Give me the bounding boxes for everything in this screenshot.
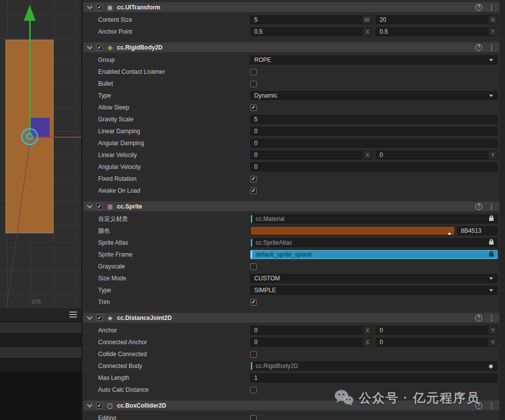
fixed-rotation-checkbox[interactable]: ✓ xyxy=(250,176,257,182)
kebab-menu-icon[interactable]: ⋮ xyxy=(488,44,495,51)
axis-suffix: X xyxy=(363,151,372,159)
property-label: Trim xyxy=(98,299,250,306)
sprite-frame-asset-field[interactable]: default_sprite_splash xyxy=(250,250,498,259)
content-size-width-input[interactable]: 5 W xyxy=(250,15,372,24)
component-header-distancejoint2d[interactable]: ✓ ◈ cc.DistanceJoint2D ? ⋮ xyxy=(83,313,500,323)
component-header-boxcollider2d[interactable]: ✓ ▢ cc.BoxCollider2D ? ⋮ xyxy=(83,400,500,411)
collapse-chevron-icon[interactable] xyxy=(87,44,92,49)
panel-row xyxy=(0,334,81,346)
kebab-menu-icon[interactable]: ⋮ xyxy=(488,203,495,210)
property-label: Auto Calc Distance xyxy=(98,386,250,393)
anchor-point-y-input[interactable]: 0.5 Y xyxy=(376,27,498,36)
sprite-atlas-asset-field[interactable]: cc.SpriteAtlas xyxy=(250,238,498,247)
custom-material-asset-field[interactable]: cc.Material xyxy=(250,214,498,223)
anchor-y-input[interactable]: 0 Y xyxy=(376,326,498,335)
vec2-value: 5 W 20 H xyxy=(250,15,498,24)
connected-anchor-x-input[interactable]: 0 X xyxy=(250,338,372,347)
property-label: Editing xyxy=(98,415,250,420)
help-icon[interactable]: ? xyxy=(475,4,482,11)
auto-calc-distance-checkbox[interactable] xyxy=(250,387,257,393)
bottom-left-panel xyxy=(0,308,82,420)
enabled-contact-listener-checkbox[interactable] xyxy=(250,69,257,75)
rigidbody-icon: ◉ xyxy=(107,44,113,51)
lock-icon xyxy=(489,253,494,257)
chevron-down-icon xyxy=(489,95,493,97)
component-header-uitransform[interactable]: ✓ ▣ cc.UITransform ? ⋮ xyxy=(83,2,500,12)
collapse-chevron-icon[interactable] xyxy=(87,203,92,208)
help-icon[interactable]: ? xyxy=(475,44,482,51)
connected-body-node-field[interactable]: cc.RigidBody2D ∗ xyxy=(250,362,498,370)
chevron-down-icon xyxy=(489,59,493,61)
axis-suffix: X xyxy=(363,326,372,334)
inspector-scrollbar[interactable] xyxy=(500,0,505,420)
grayscale-checkbox[interactable] xyxy=(250,263,257,270)
alpha-slider-handle[interactable] xyxy=(448,232,451,235)
scene-view[interactable]: 375 xyxy=(0,0,82,308)
component-boxcollider2d: ✓ ▢ cc.BoxCollider2D ? ⋮ Editing xyxy=(83,400,500,420)
angular-velocity-input[interactable]: 0 xyxy=(250,162,498,171)
gizmo-y-arrow-icon[interactable] xyxy=(24,5,36,21)
row-content-size: Content Size 5 W 20 H xyxy=(83,14,500,26)
gravity-scale-input[interactable]: 5 xyxy=(250,115,498,124)
sprite-type-select[interactable]: SIMPLE xyxy=(250,286,498,295)
content-size-height-input[interactable]: 20 H xyxy=(376,15,498,24)
hamburger-menu-icon[interactable] xyxy=(69,312,77,313)
row-allow-sleep: Allow Sleep ✓ xyxy=(83,102,500,113)
editing-checkbox[interactable] xyxy=(250,415,257,420)
kebab-menu-icon[interactable]: ⋮ xyxy=(488,402,495,409)
component-enabled-checkbox[interactable]: ✓ xyxy=(96,44,103,51)
collapse-chevron-icon[interactable] xyxy=(87,3,92,9)
linear-damping-input[interactable]: 0 xyxy=(250,127,498,136)
row-custom-material: 自定义材质 cc.Material xyxy=(83,213,500,225)
help-icon[interactable]: ? xyxy=(475,315,482,321)
angular-damping-input[interactable]: 0 xyxy=(250,139,498,148)
chevron-down-icon xyxy=(489,289,493,292)
trim-checkbox[interactable]: ✓ xyxy=(250,299,257,306)
component-enabled-checkbox[interactable]: ✓ xyxy=(96,315,103,321)
property-label: Group xyxy=(98,56,250,63)
gizmo-circle-inner[interactable] xyxy=(26,133,33,140)
uitransform-icon: ▣ xyxy=(107,4,113,11)
allow-sleep-checkbox[interactable]: ✓ xyxy=(250,105,257,111)
connected-anchor-y-input[interactable]: 0 Y xyxy=(376,338,498,347)
linear-velocity-x-input[interactable]: 0 X xyxy=(250,151,372,159)
row-enabled-contact-listener: Enabled Contact Listener xyxy=(83,66,500,78)
component-header-sprite[interactable]: ✓ ▦ cc.Sprite ? ⋮ xyxy=(83,201,500,211)
group-select[interactable]: ROPE xyxy=(250,55,498,64)
component-rigidbody2d: ✓ ◉ cc.RigidBody2D ? ⋮ Group ROPE Enable… xyxy=(83,42,500,197)
gizmo-y-axis[interactable] xyxy=(29,21,31,138)
color-swatch[interactable] xyxy=(250,226,455,235)
help-icon[interactable]: ? xyxy=(475,402,482,409)
collapse-chevron-icon[interactable] xyxy=(87,314,92,319)
max-length-input[interactable]: 1 xyxy=(250,373,498,382)
row-anchor: Anchor 0 X 0 Y xyxy=(83,324,500,336)
anchor-x-input[interactable]: 0 X xyxy=(250,326,372,335)
component-header-rigidbody2d[interactable]: ✓ ◉ cc.RigidBody2D ? ⋮ xyxy=(83,42,500,52)
kebab-menu-icon[interactable]: ⋮ xyxy=(488,315,495,321)
linear-velocity-y-input[interactable]: 0 Y xyxy=(376,151,498,159)
ruler-label: 375 xyxy=(32,299,41,305)
component-enabled-checkbox[interactable]: ✓ xyxy=(96,203,103,210)
collide-connected-checkbox[interactable] xyxy=(250,351,257,358)
help-icon[interactable]: ? xyxy=(475,203,482,210)
distancejoint-icon: ◈ xyxy=(107,315,113,321)
node-ref-icon: ∗ xyxy=(488,363,494,369)
anchor-point-x-input[interactable]: 0.5 X xyxy=(250,27,372,36)
kebab-menu-icon[interactable]: ⋮ xyxy=(488,4,495,11)
row-grayscale: Grayscale xyxy=(83,261,500,272)
inspector-panel: ✓ ▣ cc.UITransform ? ⋮ Content Size 5 W … xyxy=(83,0,500,420)
row-bullet: Bullet xyxy=(83,78,500,90)
row-sprite-atlas: Sprite Atlas cc.SpriteAtlas xyxy=(83,237,500,249)
component-enabled-checkbox[interactable]: ✓ xyxy=(96,4,103,10)
lock-icon xyxy=(489,217,494,221)
bullet-checkbox[interactable] xyxy=(250,81,257,87)
property-label: Connected Body xyxy=(98,363,250,369)
awake-on-load-checkbox[interactable]: ✓ xyxy=(250,188,257,194)
property-label: Sprite Atlas xyxy=(98,239,250,246)
component-enabled-checkbox[interactable]: ✓ xyxy=(96,402,103,409)
color-hex-input[interactable]: 8B4513 xyxy=(457,226,498,235)
body-type-select[interactable]: Dynamic xyxy=(250,91,498,100)
panel-row xyxy=(0,347,81,358)
collapse-chevron-icon[interactable] xyxy=(87,402,92,407)
size-mode-select[interactable]: CUSTOM xyxy=(250,274,498,283)
